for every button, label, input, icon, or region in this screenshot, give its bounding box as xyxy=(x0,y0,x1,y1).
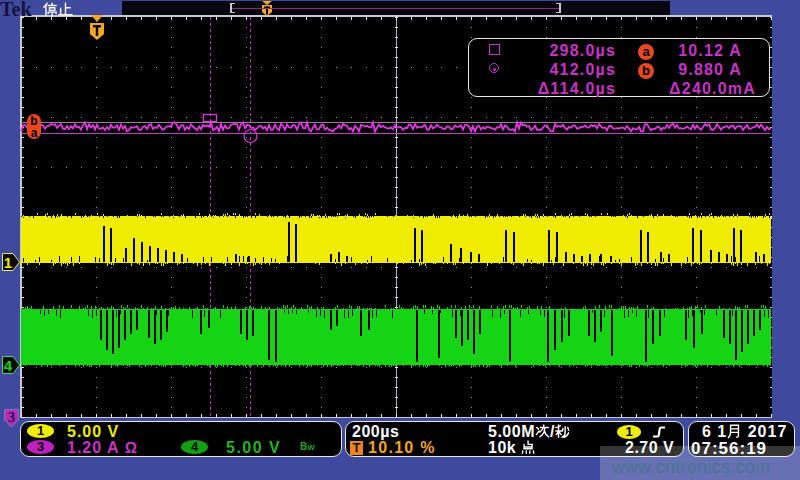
svg-text:a: a xyxy=(31,126,38,140)
svg-text:1: 1 xyxy=(4,254,12,271)
svg-text:4: 4 xyxy=(4,357,13,374)
svg-text:3: 3 xyxy=(8,410,15,425)
